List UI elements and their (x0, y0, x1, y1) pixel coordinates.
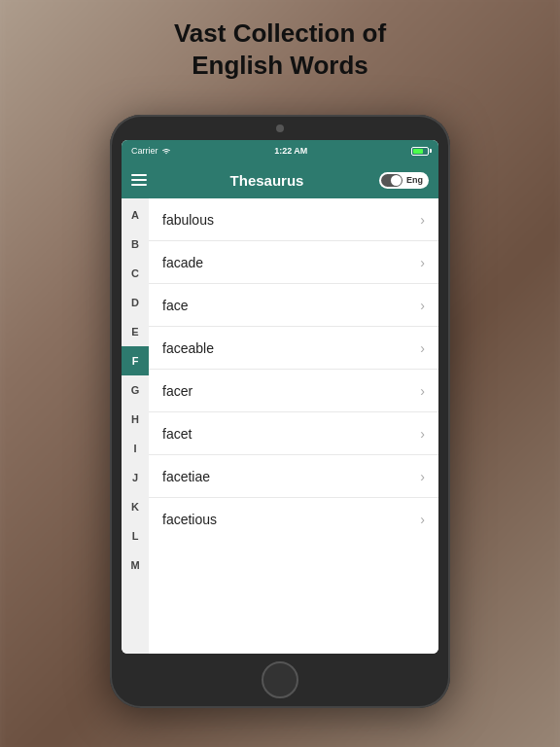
chevron-icon: › (420, 298, 425, 313)
wifi-icon (161, 147, 171, 155)
sidebar-letter-j[interactable]: J (122, 463, 149, 492)
device-frame: Carrier 1:22 AM Thesaurus (110, 115, 450, 708)
status-time: 1:22 AM (274, 146, 307, 156)
camera-dot (276, 124, 284, 132)
word-text: facetiae (162, 469, 210, 484)
word-text: facer (162, 383, 192, 399)
status-bar: Carrier 1:22 AM (122, 140, 438, 161)
chevron-icon: › (420, 426, 425, 442)
sidebar-letter-k[interactable]: K (122, 492, 149, 521)
word-item[interactable]: faceable› (149, 327, 438, 370)
toggle-knob (391, 175, 402, 186)
word-item[interactable]: facade› (149, 241, 438, 284)
status-battery (411, 147, 429, 156)
sidebar-letter-b[interactable]: B (122, 230, 149, 259)
sidebar-letter-h[interactable]: H (122, 405, 149, 434)
sidebar-letter-a[interactable]: A (122, 200, 149, 230)
chevron-icon: › (420, 469, 425, 484)
chevron-icon: › (420, 340, 425, 356)
chevron-icon: › (420, 383, 425, 399)
hamburger-line-3 (131, 184, 147, 186)
chevron-icon: › (420, 255, 425, 270)
sidebar-letter-f[interactable]: F (122, 346, 149, 375)
battery-fill (413, 149, 423, 154)
chevron-icon: › (420, 512, 425, 527)
carrier-text: Carrier (131, 146, 171, 156)
word-text: facetious (162, 512, 217, 527)
page-title-area: Vast Collection of English Words (0, 18, 560, 81)
screen: Carrier 1:22 AM Thesaurus (122, 140, 438, 654)
word-item[interactable]: facer› (149, 370, 438, 412)
letter-sidebar: ABCDEFGHIJKLM (122, 198, 149, 654)
language-toggle[interactable]: Eng (379, 172, 429, 189)
word-list: fabulous›facade›face›faceable›facer›face… (149, 198, 438, 654)
sidebar-letter-e[interactable]: E (122, 317, 149, 346)
word-item[interactable]: facet› (149, 412, 438, 455)
sidebar-letter-g[interactable]: G (122, 375, 149, 405)
sidebar-letter-m[interactable]: M (122, 551, 149, 580)
toggle-label: Eng (406, 175, 423, 185)
page-title: Vast Collection of English Words (0, 18, 560, 81)
word-text: fabulous (162, 212, 214, 228)
home-button[interactable] (262, 661, 298, 698)
hamburger-line-1 (131, 174, 147, 176)
word-item[interactable]: facetiae› (149, 455, 438, 498)
word-text: facade (162, 255, 203, 270)
sidebar-letter-d[interactable]: D (122, 288, 149, 317)
chevron-icon: › (420, 212, 425, 228)
hamburger-icon[interactable] (131, 174, 147, 186)
battery-icon (411, 147, 429, 156)
nav-bar: Thesaurus Eng (122, 161, 438, 198)
word-item[interactable]: facetious› (149, 498, 438, 541)
nav-title: Thesaurus (155, 172, 379, 189)
word-item[interactable]: face› (149, 284, 438, 327)
word-text: face (162, 298, 188, 313)
main-content: ABCDEFGHIJKLM fabulous›facade›face›facea… (122, 198, 438, 654)
sidebar-letter-c[interactable]: C (122, 259, 149, 288)
hamburger-line-2 (131, 179, 147, 181)
sidebar-letter-l[interactable]: L (122, 521, 149, 551)
word-text: faceable (162, 340, 214, 356)
toggle-switch (381, 174, 402, 187)
sidebar-letter-i[interactable]: I (122, 434, 149, 463)
word-text: facet (162, 426, 192, 442)
word-item[interactable]: fabulous› (149, 198, 438, 241)
